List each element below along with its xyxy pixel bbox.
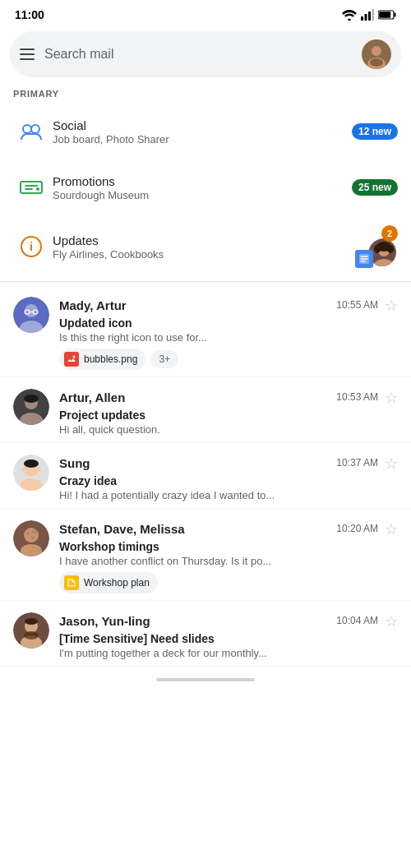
email-sender-3: Sung [59,456,90,470]
svg-rect-3 [368,12,371,21]
updates-badge-area: 2 [355,225,398,268]
home-indicator [0,667,411,688]
svg-rect-30 [67,354,76,364]
updates-sub: Fly Airlines, Cookbooks [53,248,355,261]
status-time: 11:00 [15,8,44,21]
svg-rect-4 [372,9,375,21]
email-star-3[interactable]: ☆ [385,455,398,473]
svg-point-0 [349,18,351,21]
svg-rect-2 [365,14,367,21]
divider [0,281,411,282]
email-time-4: 10:20 AM [336,523,378,534]
email-content-1: Mady, Artur 10:55 AM ☆ Updated icon Is t… [59,295,398,370]
svg-point-51 [24,631,39,639]
email-header-3: Sung 10:37 AM ☆ [59,453,398,473]
hamburger-menu[interactable] [20,48,35,60]
svg-point-46 [32,529,37,534]
email-content-2: Artur, Allen 10:53 AM ☆ Project updates … [59,387,398,436]
email-subject-4: Workshop timings [59,540,398,553]
email-subject-2: Project updates [59,409,398,422]
attachment-doc-icon-4 [64,575,79,590]
section-label: PRIMARY [0,85,411,104]
email-star-4[interactable]: ☆ [385,520,398,538]
email-time-5: 10:04 AM [336,615,378,626]
email-content-4: Stefan, Dave, Melissa 10:20 AM ☆ Worksho… [59,519,398,593]
social-sub: Job board, Photo Sharer [53,133,352,145]
email-preview-5: I'm putting together a deck for our mont… [59,647,398,659]
svg-point-43 [24,528,39,542]
email-avatar-2 [13,389,49,425]
promotions-name: Promotions [53,174,352,188]
email-time-2: 10:53 AM [336,391,378,403]
updates-icon: i [13,229,49,265]
signal-icon [361,9,374,21]
status-bar: 11:00 [0,0,411,26]
email-row-3[interactable]: Sung 10:37 AM ☆ Crazy idea Hi! I had a p… [0,443,411,509]
svg-point-23 [387,245,394,253]
email-sender-4: Stefan, Dave, Melissa [59,522,185,536]
email-avatar-5 [13,612,49,649]
attachment-img-icon [64,352,79,367]
search-input[interactable]: Search mail [44,47,352,62]
email-star-1[interactable]: ☆ [385,297,398,315]
svg-rect-7 [379,12,390,18]
updates-text: Updates Fly Airlines, Cookbooks [53,233,355,261]
more-attachments-1[interactable]: 3+ [150,350,178,368]
svg-point-31 [73,356,76,358]
svg-point-40 [22,468,26,472]
updates-count: 2 [381,225,398,242]
promotions-icon [13,169,49,205]
email-sender-2: Artur, Allen [59,390,125,404]
svg-point-45 [26,532,30,535]
social-icon [13,113,49,150]
promotions-badge: 25 new [352,179,398,196]
attachment-chip-1[interactable]: bubbles.png [59,349,145,370]
svg-point-13 [31,125,39,133]
email-attachments-1: bubbles.png 3+ [59,349,398,370]
updates-doc-icon [355,250,373,268]
email-subject-5: [Time Sensitive] Need slides [59,632,398,645]
status-icons [342,9,396,21]
search-bar[interactable]: Search mail [10,31,401,77]
svg-point-35 [24,395,39,403]
email-avatar-1 [13,297,49,333]
attachment-chip-4[interactable]: Workshop plan [59,572,158,593]
svg-point-39 [24,459,39,468]
email-preview-1: Is this the right icon to use for... [59,331,398,344]
social-text: Social Job board, Photo Sharer [53,118,352,145]
email-preview-4: I have another conflict on Thursday. Is … [59,555,398,567]
email-preview-2: Hi all, quick question. [59,423,398,436]
email-star-5[interactable]: ☆ [385,612,398,630]
email-time-1: 10:55 AM [336,299,378,311]
svg-point-14 [36,187,39,191]
email-header-2: Artur, Allen 10:53 AM ☆ [59,387,398,407]
email-attachments-4: Workshop plan [59,572,398,593]
attachment-name-1: bubbles.png [84,353,137,365]
user-avatar[interactable] [362,39,391,69]
email-avatar-3 [13,455,49,491]
email-content-3: Sung 10:37 AM ☆ Crazy idea Hi! I had a p… [59,453,398,501]
category-updates[interactable]: i Updates Fly Airlines, Cookbooks 2 [0,215,411,278]
svg-text:i: i [30,240,33,253]
email-header-1: Mady, Artur 10:55 AM ☆ [59,295,398,315]
svg-point-52 [25,618,38,625]
svg-point-11 [370,58,383,67]
email-row-2[interactable]: Artur, Allen 10:53 AM ☆ Project updates … [0,377,411,443]
email-header-5: Jason, Yun-ling 10:04 AM ☆ [59,611,398,630]
svg-point-47 [31,536,35,540]
svg-point-12 [23,125,31,133]
email-row-5[interactable]: Jason, Yun-ling 10:04 AM ☆ [Time Sensiti… [0,601,411,667]
social-badge: 12 new [352,123,398,140]
email-row-4[interactable]: Stefan, Dave, Melissa 10:20 AM ☆ Worksho… [0,509,411,601]
email-sender-1: Mady, Artur [59,298,127,312]
category-promotions[interactable]: Promotions Sourdough Museum 25 new [0,159,411,215]
email-star-2[interactable]: ☆ [385,389,398,407]
email-preview-3: Hi! I had a potentially crazy idea I wan… [59,489,398,501]
wifi-icon [342,10,357,21]
email-row-1[interactable]: Mady, Artur 10:55 AM ☆ Updated icon Is t… [0,285,411,377]
svg-rect-6 [395,13,396,17]
svg-rect-1 [361,16,363,21]
email-subject-3: Crazy idea [59,474,398,487]
updates-name: Updates [53,233,355,247]
category-social[interactable]: Social Job board, Photo Sharer 12 new [0,104,411,159]
